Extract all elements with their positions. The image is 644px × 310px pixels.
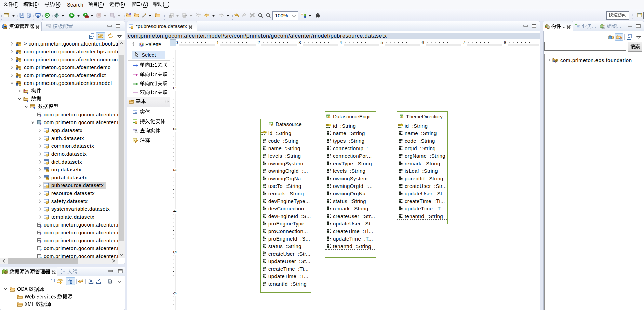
svg-text:1: 1 xyxy=(216,40,219,45)
svg-text:6: 6 xyxy=(421,40,424,45)
svg-text:0: 0 xyxy=(172,48,177,48)
svg-text:3: 3 xyxy=(172,169,177,171)
svg-text:5: 5 xyxy=(172,251,177,253)
svg-text:4: 4 xyxy=(172,210,177,212)
svg-text:7: 7 xyxy=(462,40,465,45)
svg-text:2: 2 xyxy=(172,128,177,130)
svg-text:4: 4 xyxy=(339,40,342,45)
svg-text:?: ? xyxy=(555,60,557,63)
svg-text:1: 1 xyxy=(172,87,177,89)
svg-text:3: 3 xyxy=(298,40,301,45)
svg-text:6: 6 xyxy=(172,292,177,294)
svg-text:2: 2 xyxy=(257,40,260,45)
svg-text:5: 5 xyxy=(380,40,383,45)
svg-text:8: 8 xyxy=(504,40,506,45)
